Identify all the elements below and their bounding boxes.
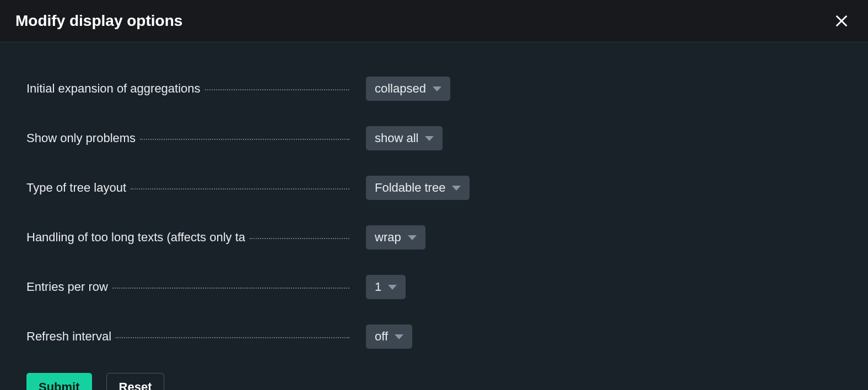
label-col: Type of tree layout [26,181,349,195]
refresh-interval-select[interactable]: off [366,324,412,349]
row-long-texts: Handling of too long texts (affects only… [26,224,842,251]
show-only-problems-select[interactable]: show all [366,126,443,150]
chevron-down-icon [452,186,461,191]
field-label: Refresh interval [26,329,116,344]
control-col: show all [349,126,443,150]
control-col: collapsed [349,77,450,101]
dotted-leader [205,89,349,90]
row-show-only-problems: Show only problems show all [26,125,842,151]
field-label: Show only problems [26,131,140,145]
chevron-down-icon [395,334,403,339]
dotted-leader [140,139,349,140]
close-button[interactable] [831,10,853,32]
entries-per-row-select[interactable]: 1 [366,275,406,299]
label-col: Handling of too long texts (affects only… [26,230,349,245]
dotted-leader [112,288,349,289]
long-texts-select[interactable]: wrap [366,225,425,250]
initial-expansion-select[interactable]: collapsed [366,77,450,101]
submit-button[interactable]: Submit [26,373,92,390]
chevron-down-icon [433,86,441,91]
select-value: Foldable tree [375,181,445,195]
select-value: wrap [375,230,401,245]
row-refresh-interval: Refresh interval off [26,323,842,350]
field-label: Initial expansion of aggregations [26,82,205,96]
row-tree-layout: Type of tree layout Foldable tree [26,175,842,201]
chevron-down-icon [388,285,397,290]
select-value: collapsed [375,82,426,96]
close-icon [834,13,849,29]
select-value: show all [375,131,418,145]
chevron-down-icon [408,235,417,240]
control-col: 1 [349,275,406,299]
label-col: Initial expansion of aggregations [26,82,349,96]
field-label: Handling of too long texts (affects only… [26,230,250,245]
field-label: Type of tree layout [26,181,131,195]
dialog-title: Modify display options [15,12,182,30]
dotted-leader [131,188,349,189]
reset-button[interactable]: Reset [106,373,165,390]
dialog-footer: Submit Reset [0,373,868,390]
label-col: Entries per row [26,280,349,294]
tree-layout-select[interactable]: Foldable tree [366,176,470,200]
display-options-dialog: Modify display options Initial expansion… [0,0,868,390]
chevron-down-icon [425,136,434,141]
control-col: wrap [349,225,425,250]
label-col: Refresh interval [26,329,349,344]
field-label: Entries per row [26,280,112,294]
dotted-leader [250,238,349,239]
row-initial-expansion: Initial expansion of aggregations collap… [26,75,842,102]
dialog-header: Modify display options [0,0,868,42]
dotted-leader [116,337,349,338]
control-col: off [349,324,412,349]
select-value: 1 [375,280,381,294]
row-entries-per-row: Entries per row 1 [26,274,842,300]
control-col: Foldable tree [349,176,470,200]
select-value: off [375,329,388,344]
dialog-body: Initial expansion of aggregations collap… [0,42,868,373]
label-col: Show only problems [26,131,349,145]
